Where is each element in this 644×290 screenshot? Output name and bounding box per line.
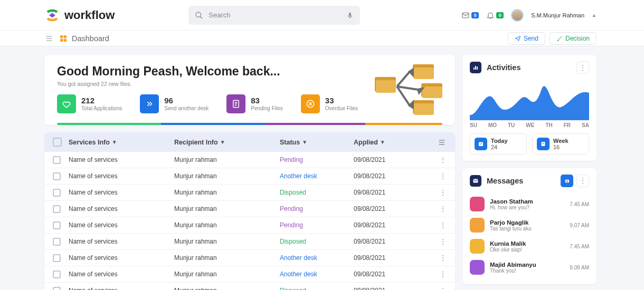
row-checkbox[interactable]	[53, 172, 61, 180]
col-applied[interactable]: Applied	[354, 139, 378, 146]
progress-bar	[57, 123, 442, 125]
table-row[interactable]: Name of services Munjur rahman Another d…	[44, 168, 455, 185]
table-row[interactable]: Name of services Munjur rahman Pending 0…	[44, 201, 455, 217]
welcome-card: Good Morning Peash, Welcome back... You …	[44, 55, 455, 125]
messages-indicator[interactable]: 0	[461, 11, 479, 20]
sort-icon[interactable]: ▼	[112, 139, 117, 145]
weekday-label: TH	[545, 122, 552, 128]
cell-service: Name of services	[69, 254, 174, 262]
search-icon	[195, 11, 203, 20]
hamburger-icon[interactable]	[44, 35, 54, 42]
table-row[interactable]: Name of services Munjur rahman Another d…	[44, 250, 455, 266]
cell-service: Name of services	[69, 221, 174, 229]
chevron-down-icon[interactable]: ▲	[592, 13, 596, 18]
send-button[interactable]: Send	[508, 32, 545, 45]
stat-label: Send another desk	[164, 105, 209, 111]
brand-name: workflow	[64, 8, 115, 22]
message-item[interactable]: Majid Abimanyu Thank you! 8.08 AM	[470, 257, 589, 278]
message-item[interactable]: Parjo Ngaglik Tas tangi turu aku 9.07 AM	[470, 215, 589, 236]
row-checkbox[interactable]	[53, 205, 61, 213]
decision-button[interactable]: Decision	[550, 32, 596, 45]
stat-2: 83 Pending Files	[226, 94, 283, 113]
grid-icon[interactable]	[59, 34, 68, 43]
row-checkbox[interactable]	[53, 270, 61, 278]
row-checkbox[interactable]	[53, 287, 61, 291]
row-actions-button[interactable]: ⋮	[439, 205, 447, 213]
row-actions-button[interactable]: ⋮	[439, 221, 447, 229]
sort-icon[interactable]: ▼	[380, 139, 385, 145]
col-recipient[interactable]: Recipient Info	[174, 139, 218, 146]
row-actions-button[interactable]: ⋮	[439, 156, 447, 164]
row-checkbox[interactable]	[53, 189, 61, 197]
table-settings-icon[interactable]	[437, 139, 447, 146]
cell-status: Pending	[280, 156, 354, 163]
messages-icon	[470, 175, 481, 187]
microphone-icon[interactable]	[346, 12, 354, 19]
row-actions-button[interactable]: ⋮	[439, 237, 447, 246]
table-row[interactable]: Name of services Munjur rahman Another d…	[44, 266, 455, 283]
row-actions-button[interactable]: ⋮	[439, 254, 447, 262]
row-checkbox[interactable]	[53, 221, 61, 229]
sort-icon[interactable]: ▼	[220, 139, 225, 145]
messages-title: Messages	[487, 177, 523, 185]
svg-point-44	[566, 180, 568, 182]
user-name: S.M.Munjur Rahman	[531, 12, 584, 18]
decision-label: Decision	[565, 35, 590, 42]
message-item[interactable]: Kurnia Malik Oke oke siap! 7.45 AM	[470, 236, 589, 257]
stat-value: 212	[81, 96, 122, 105]
table-row[interactable]: Name of services Munjur rahman Disposed …	[44, 234, 455, 250]
cell-applied: 09/08/2021	[354, 254, 430, 262]
send-icon	[515, 35, 521, 42]
row-checkbox[interactable]	[53, 238, 61, 246]
stat-icon	[57, 94, 76, 113]
avatar[interactable]	[511, 9, 524, 22]
message-item[interactable]: Jason Statham Hi, how are you? 7.45 AM	[470, 194, 589, 215]
cell-service: Name of services	[69, 172, 174, 180]
cell-service: Name of services	[69, 238, 174, 245]
svg-rect-8	[60, 35, 63, 38]
alerts-indicator[interactable]: 0	[486, 11, 504, 20]
stat-label: Pending Files	[251, 105, 283, 111]
select-all-checkbox[interactable]	[53, 138, 62, 147]
send-label: Send	[524, 35, 538, 42]
row-actions-button[interactable]: ⋮	[439, 172, 447, 180]
cell-status: Another desk	[280, 254, 354, 262]
search-input[interactable]	[209, 11, 341, 19]
period-today[interactable]: Today24	[470, 133, 527, 154]
cell-service: Name of services	[69, 287, 174, 290]
table-row[interactable]: Name of services Munjur rahman Disposed …	[44, 283, 455, 290]
svg-line-1	[200, 16, 202, 18]
weekday-label: SA	[582, 122, 589, 128]
svg-rect-41	[542, 143, 544, 143]
svg-marker-32	[410, 102, 413, 108]
row-actions-button[interactable]: ⋮	[439, 270, 447, 278]
row-actions-button[interactable]: ⋮	[439, 188, 447, 197]
table-row[interactable]: Name of services Munjur rahman Pending 0…	[44, 217, 455, 234]
table-row[interactable]: Name of services Munjur rahman Disposed …	[44, 185, 455, 201]
sort-icon[interactable]: ▼	[302, 139, 307, 145]
col-services[interactable]: Services Info	[69, 139, 110, 146]
svg-rect-11	[64, 38, 67, 41]
activities-menu-button[interactable]: ⋮	[576, 61, 589, 74]
cell-applied: 09/08/2021	[354, 156, 430, 163]
alerts-badge: 0	[496, 12, 504, 18]
svg-rect-24	[414, 103, 434, 115]
cell-applied: 09/08/2021	[354, 205, 430, 212]
svg-rect-38	[477, 67, 478, 70]
table-row[interactable]: Name of services Munjur rahman Pending 0…	[44, 152, 455, 168]
stat-value: 96	[164, 96, 209, 105]
brand-logo-icon	[44, 7, 60, 23]
cell-recipient: Munjur rahman	[174, 172, 280, 180]
period-week[interactable]: Week16	[532, 133, 589, 154]
message-text: Hi, how are you?	[490, 205, 533, 210]
messages-menu-button[interactable]: ⋮	[576, 175, 589, 187]
subbar: Dashboard Send Decision	[0, 31, 644, 46]
brand[interactable]: workflow	[44, 7, 115, 23]
search-box[interactable]	[188, 6, 360, 25]
row-actions-button[interactable]: ⋮	[439, 286, 447, 290]
cell-status: Disposed	[280, 238, 354, 245]
row-checkbox[interactable]	[53, 254, 61, 262]
row-checkbox[interactable]	[53, 156, 61, 164]
col-status[interactable]: Status	[280, 139, 300, 146]
compose-button[interactable]	[561, 175, 573, 187]
